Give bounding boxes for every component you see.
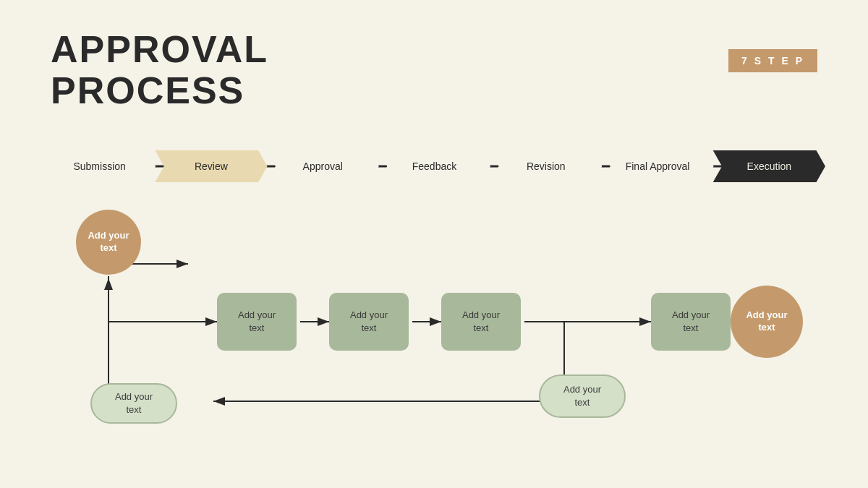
step-badge: 7 S T E P (728, 49, 817, 72)
progress-bar: Submission Review Approval Feedback Revi… (43, 148, 825, 184)
rect-node-2: Add your text (329, 293, 409, 351)
step-revision: Revision (490, 150, 602, 182)
step-execution: Execution (713, 150, 825, 182)
step-feedback: Feedback (378, 150, 490, 182)
flow-diagram: Add your text Add your text Add your tex… (43, 210, 825, 459)
rect-node-1: Add your text (217, 293, 297, 351)
circle-start-node: Add your text (76, 210, 141, 275)
circle-end-node: Add your text (731, 286, 803, 358)
step-submission: Submission (43, 150, 156, 182)
pill-node-bottom-right: Add your text (539, 374, 626, 418)
step-review: Review (155, 150, 267, 182)
pill-node-bottom-left: Add your text (90, 383, 177, 424)
step-final-approval: Final Approval (601, 150, 713, 182)
step-approval: Approval (267, 150, 379, 182)
page-title: APPROVAL PROCESS (51, 29, 268, 111)
rect-node-4: Add your text (651, 293, 731, 351)
rect-node-3: Add your text (441, 293, 521, 351)
